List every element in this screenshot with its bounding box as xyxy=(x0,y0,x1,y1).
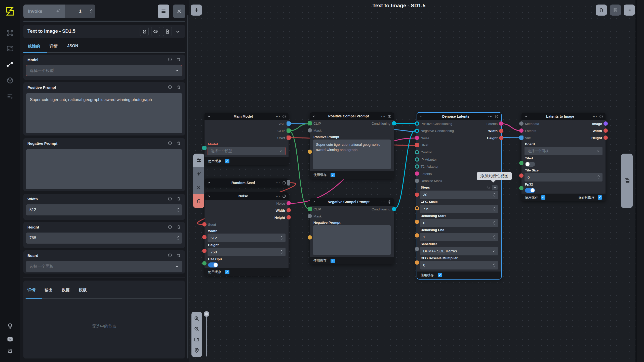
steps-input[interactable]: 30 xyxy=(420,191,498,199)
tab-json[interactable]: JSON xyxy=(67,44,78,49)
node-positive-compel-prompt[interactable]: Positive Compel Prompt ••• CLIPCondition… xyxy=(310,112,394,179)
use-cache-checkbox[interactable]: ✓ xyxy=(331,259,335,263)
gallery-panel-toggle[interactable] xyxy=(621,154,633,208)
cancel-button[interactable] xyxy=(193,181,204,194)
use-cache-checkbox[interactable]: ✓ xyxy=(331,173,335,177)
trash-icon[interactable] xyxy=(177,225,181,229)
location-pin-icon[interactable] xyxy=(194,347,200,353)
tab-inspector-outputs[interactable]: 输出 xyxy=(45,288,53,293)
positive-prompt-textarea[interactable]: Super cute tiger cub, national geographi… xyxy=(313,140,391,169)
handle-vae-input[interactable] xyxy=(519,135,524,140)
use-cache-checkbox[interactable]: ✓ xyxy=(541,195,545,200)
trash-icon[interactable] xyxy=(177,141,181,145)
canvas-tab-icon[interactable] xyxy=(6,45,14,52)
tile-size-input[interactable]: 0 xyxy=(525,173,602,182)
handle-cfg-scale-input[interactable] xyxy=(415,206,419,210)
panel-scrollbar[interactable] xyxy=(187,15,188,358)
handle-prompt-input[interactable] xyxy=(308,235,312,240)
handle-width-output[interactable] xyxy=(603,128,608,133)
save-workflow-as-button[interactable] xyxy=(163,27,172,36)
handle-noise-input[interactable] xyxy=(415,136,419,140)
handle-seed-input[interactable] xyxy=(202,222,207,227)
handle-height-output[interactable] xyxy=(287,215,291,219)
handle-tile-size-input[interactable] xyxy=(519,173,524,178)
handle-tiled-input[interactable] xyxy=(519,161,524,165)
scheduler-select[interactable]: DPM++ SDE Karras xyxy=(420,247,498,255)
node-menu-icon[interactable]: ••• xyxy=(276,115,280,118)
workflow-more-menu-button[interactable] xyxy=(624,5,635,16)
info-icon[interactable] xyxy=(168,253,172,257)
add-to-linear-view-button[interactable] xyxy=(492,185,498,190)
workflows-tab-icon[interactable] xyxy=(6,61,14,68)
node-header[interactable]: Latents to Image ••• xyxy=(521,113,606,120)
handle-width-output[interactable] xyxy=(287,208,291,212)
invoke-button[interactable]: Invoke xyxy=(23,5,65,18)
zoom-out-icon[interactable] xyxy=(194,326,200,332)
node-latents-to-image[interactable]: Latents to Image ••• MetadataImage Laten… xyxy=(521,113,606,201)
handle-latents-output[interactable] xyxy=(499,121,503,126)
node-header[interactable]: Negative Compel Prompt ••• xyxy=(310,198,394,206)
fit-view-icon[interactable] xyxy=(194,337,200,343)
info-icon[interactable] xyxy=(168,225,172,229)
negative-prompt-textarea[interactable] xyxy=(313,225,391,255)
model-select[interactable]: 选择一个模型 xyxy=(208,147,286,155)
queue-count-input[interactable]: 1 xyxy=(65,5,95,18)
cfg-scale-input[interactable]: 7.5 xyxy=(420,205,498,213)
handle-steps-input[interactable] xyxy=(415,193,419,197)
node-random-seed[interactable]: Random Seed ••• xyxy=(205,178,289,187)
collapse-chevron-icon[interactable] xyxy=(207,194,211,198)
handle-mask-input[interactable] xyxy=(308,214,312,218)
cfg-rescale-input[interactable]: 0 xyxy=(420,261,498,269)
node-menu-icon[interactable]: ••• xyxy=(381,200,386,203)
zoom-in-icon[interactable] xyxy=(194,315,200,322)
info-icon[interactable] xyxy=(168,57,172,62)
tab-inspector-details[interactable]: 详情 xyxy=(27,288,35,293)
handle-clip-output[interactable] xyxy=(287,128,291,133)
board-select[interactable]: 选择一个面板 xyxy=(26,261,182,272)
handle-t2i-adapter-input[interactable] xyxy=(415,164,419,169)
handle-image-output[interactable] xyxy=(603,121,608,126)
node-header[interactable]: Denoise Latents ••• xyxy=(417,113,501,120)
handle-ip-adapter-input[interactable] xyxy=(415,157,419,162)
collapse-chevron-icon[interactable] xyxy=(524,115,528,118)
handle-cfg-rescale-input[interactable] xyxy=(415,260,419,265)
node-main-model[interactable]: Main Model ••• VAE CLIP UNet Model 选择一个模… xyxy=(205,113,289,165)
node-noise[interactable]: Noise ••• Noise Width Height Seed Width … xyxy=(205,192,289,276)
handle-width-input[interactable] xyxy=(202,235,207,239)
collapse-chevron-icon[interactable] xyxy=(420,115,423,118)
handle-mask-input[interactable] xyxy=(308,128,312,132)
clear-queue-button[interactable] xyxy=(173,5,185,18)
node-menu-icon[interactable]: ••• xyxy=(381,115,386,118)
trash-icon[interactable] xyxy=(177,253,181,257)
tiled-toggle[interactable] xyxy=(525,162,535,167)
node-header[interactable]: Main Model ••• xyxy=(205,113,289,120)
handle-denoising-end-input[interactable] xyxy=(415,233,419,238)
tab-inspector-templates[interactable]: 模板 xyxy=(79,288,87,293)
models-tab-icon[interactable] xyxy=(6,77,14,84)
handle-control-input[interactable] xyxy=(415,150,419,154)
generation-tab-icon[interactable] xyxy=(6,29,14,37)
tab-details[interactable]: 详情 xyxy=(50,44,58,49)
node-negative-compel-prompt[interactable]: Negative Compel Prompt ••• CLIPCondition… xyxy=(310,198,394,264)
handle-negative-conditioning-input[interactable] xyxy=(415,129,419,133)
video-tutorials-icon[interactable] xyxy=(7,336,14,343)
board-select[interactable]: 选择一个面板 xyxy=(525,147,602,155)
handle-metadata-input[interactable] xyxy=(519,121,524,126)
trash-icon[interactable] xyxy=(177,57,181,62)
node-menu-icon[interactable]: ••• xyxy=(488,115,493,118)
handle-scheduler-input[interactable] xyxy=(415,247,419,251)
handle-height-output[interactable] xyxy=(499,136,503,140)
workflow-canvas[interactable]: Text to Image - SD1.5 Main Model ••• VAE… xyxy=(189,0,635,362)
use-cache-checkbox[interactable]: ✓ xyxy=(225,159,229,163)
denoising-start-input[interactable]: 0 xyxy=(420,219,498,227)
info-icon[interactable] xyxy=(168,85,172,89)
collapse-chevron-icon[interactable] xyxy=(312,114,316,118)
use-cache-checkbox[interactable]: ✓ xyxy=(225,270,229,274)
save-workflow-button-canvas[interactable] xyxy=(610,5,621,16)
node-fields-button[interactable] xyxy=(193,154,204,167)
negative-prompt-textarea[interactable] xyxy=(26,149,182,189)
fp32-toggle[interactable] xyxy=(525,188,535,193)
model-select[interactable]: 选择一个模型 xyxy=(26,65,182,76)
zoom-slider-track[interactable] xyxy=(206,313,207,356)
node-denoise-latents[interactable]: Denoise Latents ••• Positive Conditionin… xyxy=(417,113,501,279)
